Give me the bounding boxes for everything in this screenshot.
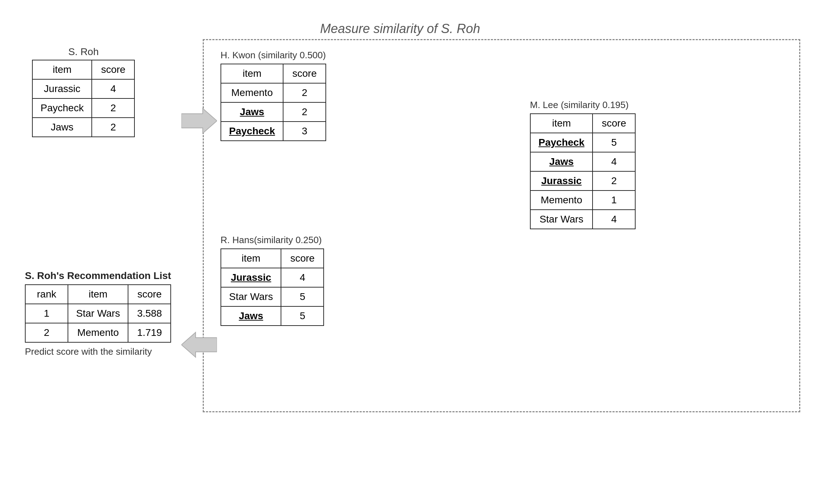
table-row: Jaws 2 <box>221 102 326 122</box>
s-roh-jurassic-item: Jurassic <box>32 79 92 98</box>
table-row: Paycheck 5 <box>530 133 635 152</box>
h-kwon-memento-item: Memento <box>221 83 283 102</box>
r-hans-section: R. Hans(similarity 0.250) item score Jur… <box>221 235 324 326</box>
m-lee-col-score: score <box>593 114 635 133</box>
m-lee-jurassic-item: Jurassic <box>530 171 593 191</box>
s-roh-jaws-item: Jaws <box>32 118 92 137</box>
r-hans-jurassic-score: 4 <box>281 268 324 287</box>
r-hans-jaws-score: 5 <box>281 306 324 326</box>
table-row: Paycheck 3 <box>221 122 326 141</box>
rec-item-starwars: Star Wars <box>68 304 128 323</box>
h-kwon-jaws-score: 2 <box>283 102 326 122</box>
m-lee-jaws-item: Jaws <box>530 152 593 171</box>
m-lee-paycheck-item: Paycheck <box>530 133 593 152</box>
table-row: Memento 2 <box>221 83 326 102</box>
s-roh-section: S. Roh item score Jurassic 4 Paycheck 2 … <box>32 46 135 137</box>
s-roh-col-score: score <box>92 60 134 79</box>
svg-marker-1 <box>181 332 217 357</box>
table-row: Jurassic 4 <box>32 79 134 98</box>
h-kwon-jaws-item: Jaws <box>221 102 283 122</box>
s-roh-col-item: item <box>32 60 92 79</box>
r-hans-jaws-item: Jaws <box>221 306 281 326</box>
rec-item-memento: Memento <box>68 323 128 342</box>
m-lee-table: item score Paycheck 5 Jaws 4 Jurassic 2 … <box>530 113 636 229</box>
main-title: Measure similarity of S. Roh <box>320 21 480 36</box>
table-row: Jaws 5 <box>221 306 324 326</box>
h-kwon-table: item score Memento 2 Jaws 2 Paycheck 3 <box>221 64 326 141</box>
table-row: Memento 1 <box>530 191 635 210</box>
h-kwon-paycheck-item: Paycheck <box>221 122 283 141</box>
r-hans-label: R. Hans(similarity 0.250) <box>221 235 324 246</box>
svg-marker-0 <box>181 108 217 133</box>
table-row: Jaws 2 <box>32 118 134 137</box>
table-row: 2 Memento 1.719 <box>25 323 171 342</box>
r-hans-jurassic-item: Jurassic <box>221 268 281 287</box>
s-roh-paycheck-item: Paycheck <box>32 98 92 118</box>
rec-table: rank item score 1 Star Wars 3.588 2 Meme… <box>25 284 171 343</box>
table-row: Star Wars 4 <box>530 210 635 229</box>
table-row: Paycheck 2 <box>32 98 134 118</box>
m-lee-jurassic-score: 2 <box>593 171 635 191</box>
s-roh-table: item score Jurassic 4 Paycheck 2 Jaws 2 <box>32 60 135 137</box>
s-roh-label: S. Roh <box>32 46 135 58</box>
table-row: 1 Star Wars 3.588 <box>25 304 171 323</box>
m-lee-paycheck-score: 5 <box>593 133 635 152</box>
s-roh-jaws-score: 2 <box>92 118 134 137</box>
r-hans-starwars-score: 5 <box>281 287 324 306</box>
table-row: Jaws 4 <box>530 152 635 171</box>
s-roh-paycheck-score: 2 <box>92 98 134 118</box>
m-lee-col-item: item <box>530 114 593 133</box>
rec-label: S. Roh's Recommendation List <box>25 270 171 282</box>
rec-rank-1: 1 <box>25 304 68 323</box>
m-lee-section: M. Lee (similarity 0.195) item score Pay… <box>530 100 636 229</box>
rec-score-memento: 1.719 <box>128 323 171 342</box>
s-roh-jurassic-score: 4 <box>92 79 134 98</box>
recommendation-section: S. Roh's Recommendation List rank item s… <box>25 270 171 357</box>
r-hans-starwars-item: Star Wars <box>221 287 281 306</box>
m-lee-starwars-score: 4 <box>593 210 635 229</box>
arrow-right-icon <box>181 107 217 135</box>
m-lee-memento-item: Memento <box>530 191 593 210</box>
rec-col-item: item <box>68 285 128 304</box>
r-hans-col-score: score <box>281 249 324 268</box>
h-kwon-paycheck-score: 3 <box>283 122 326 141</box>
r-hans-table: item score Jurassic 4 Star Wars 5 Jaws 5 <box>221 248 324 326</box>
m-lee-memento-score: 1 <box>593 191 635 210</box>
rec-rank-2: 2 <box>25 323 68 342</box>
h-kwon-col-item: item <box>221 64 283 83</box>
rec-score-starwars: 3.588 <box>128 304 171 323</box>
h-kwon-label: H. Kwon (similarity 0.500) <box>221 50 326 61</box>
table-row: Jurassic 2 <box>530 171 635 191</box>
m-lee-label: M. Lee (similarity 0.195) <box>530 100 636 111</box>
h-kwon-section: H. Kwon (similarity 0.500) item score Me… <box>221 50 326 141</box>
m-lee-starwars-item: Star Wars <box>530 210 593 229</box>
arrow-left-icon <box>181 331 217 359</box>
m-lee-jaws-score: 4 <box>593 152 635 171</box>
h-kwon-col-score: score <box>283 64 326 83</box>
predict-label: Predict score with the similarity <box>25 346 171 357</box>
h-kwon-memento-score: 2 <box>283 83 326 102</box>
r-hans-col-item: item <box>221 249 281 268</box>
rec-col-rank: rank <box>25 285 68 304</box>
table-row: Jurassic 4 <box>221 268 324 287</box>
table-row: Star Wars 5 <box>221 287 324 306</box>
rec-col-score: score <box>128 285 171 304</box>
